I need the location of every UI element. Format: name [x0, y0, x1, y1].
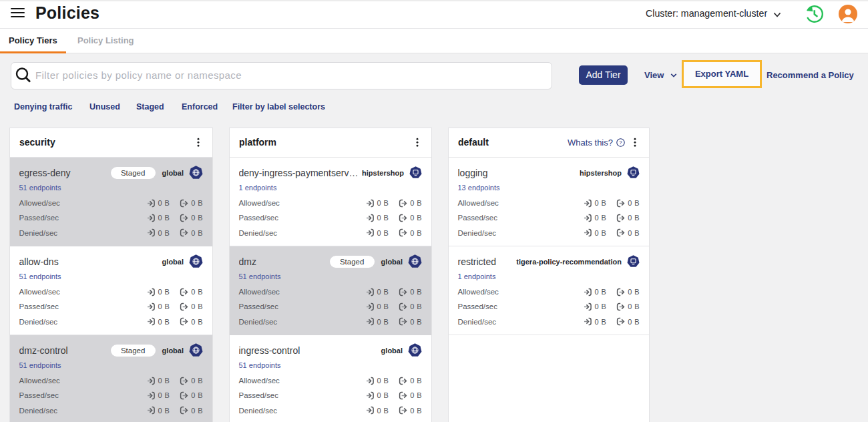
- svg-text:?: ?: [619, 140, 622, 146]
